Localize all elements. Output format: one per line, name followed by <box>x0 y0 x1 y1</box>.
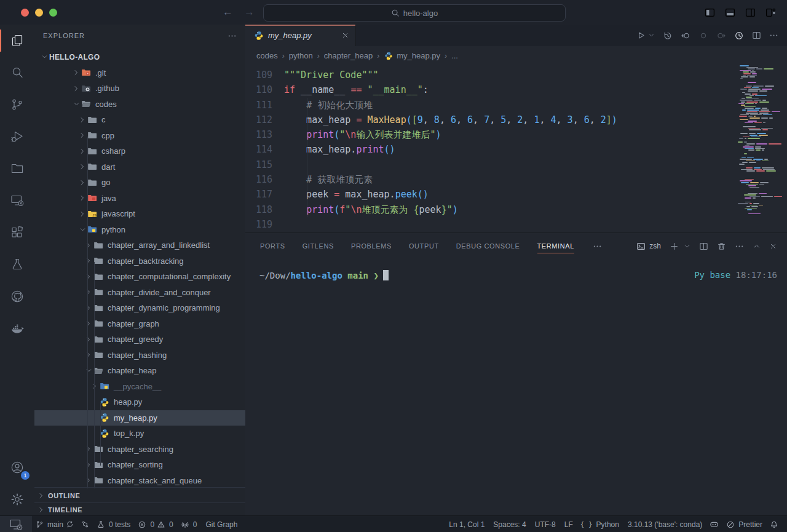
code-line-110[interactable]: 110if __name__ == "__main__": <box>245 82 787 97</box>
activity-docker[interactable] <box>0 312 34 344</box>
status-git-branch[interactable]: main <box>32 516 77 532</box>
panel-tab-problems[interactable]: PROBLEMS <box>351 233 392 259</box>
toggle-sidebar-icon[interactable] <box>705 7 715 18</box>
zoom-window-button[interactable] <box>49 9 57 17</box>
tree-item-chapter_graph[interactable]: chapter_graph <box>34 316 245 332</box>
code-line-119[interactable]: 119 <box>245 217 787 232</box>
shell-selector[interactable]: zsh <box>636 242 661 251</box>
activity-run-debug[interactable] <box>0 121 34 153</box>
activity-explorer[interactable] <box>0 25 34 57</box>
status-notifications[interactable] <box>766 516 782 532</box>
change-marker-icon[interactable] <box>698 31 708 41</box>
activity-remote-explorer[interactable] <box>0 185 34 216</box>
tree-item-python[interactable]: python <box>34 222 245 238</box>
status-problems[interactable]: 00 <box>134 516 176 532</box>
panel-tab-ports[interactable]: PORTS <box>260 233 285 259</box>
code-line-109[interactable]: 109"""Driver Code""" <box>245 68 787 82</box>
gitlens-icon[interactable] <box>734 31 744 41</box>
tree-item-javascript[interactable]: JSjavascript <box>34 206 245 222</box>
tree-item-chapter_sorting[interactable]: chapter_sorting <box>34 457 245 473</box>
toggle-secondary-sidebar-icon[interactable] <box>745 7 756 18</box>
minimize-window-button[interactable] <box>35 9 43 17</box>
code-line-115[interactable]: 115 <box>245 157 787 172</box>
minimap[interactable] <box>738 65 782 213</box>
panel-tab-terminal[interactable]: TERMINAL <box>537 233 574 259</box>
panel-tab-gitlens[interactable]: GITLENS <box>303 233 334 259</box>
tree-item-chapter_hashing[interactable]: chapter_hashing <box>34 347 245 363</box>
status-scm-compare[interactable] <box>77 516 93 532</box>
activity-testing[interactable] <box>0 248 34 280</box>
toggle-panel-icon[interactable] <box>725 7 735 18</box>
split-terminal-icon[interactable] <box>699 242 708 251</box>
timeline-section[interactable]: TIMELINE <box>34 502 245 516</box>
explorer-more-actions-icon[interactable] <box>227 31 237 41</box>
code-line-114[interactable]: 114 max_heap.print() <box>245 142 787 157</box>
breadcrumb-item[interactable]: ... <box>451 51 458 60</box>
navigate-back-button[interactable]: ← <box>223 6 233 18</box>
code-line-118[interactable]: 118 print(f"\n堆顶元素为 {peek}") <box>245 202 787 217</box>
breadcrumb-item[interactable]: my_heap.py <box>384 51 440 61</box>
activity-open-folder[interactable] <box>0 153 34 185</box>
panel-tabs-more-icon[interactable] <box>593 242 602 251</box>
tab-my-heap[interactable]: my_heap.py <box>245 25 356 46</box>
code-line-113[interactable]: 113 print("\n输入列表并建堆后") <box>245 127 787 142</box>
status-python-interpreter[interactable]: 3.10.13 ('base': conda) <box>623 516 706 532</box>
tree-item-chapter_backtracking[interactable]: chapter_backtracking <box>34 253 245 269</box>
timeline-history-icon[interactable] <box>663 31 673 41</box>
breadcrumb-item[interactable]: python <box>289 51 313 60</box>
status-ports[interactable]: 0 <box>177 516 201 532</box>
tree-item-top_kpy[interactable]: top_k.py <box>34 426 245 442</box>
tree-item-github[interactable]: .github <box>34 81 245 97</box>
tree-item-csharp[interactable]: csharp <box>34 143 245 159</box>
breadcrumb-item[interactable]: codes <box>256 51 278 60</box>
navigate-forward-button[interactable]: → <box>244 6 255 18</box>
new-terminal-icon[interactable] <box>670 242 679 251</box>
tree-item-my_heappy[interactable]: my_heap.py <box>34 410 245 426</box>
customize-layout-icon[interactable] <box>765 7 776 18</box>
tree-item-git[interactable]: .git <box>34 65 245 81</box>
status-language-mode[interactable]: { }Python <box>577 516 623 532</box>
more-actions-icon[interactable] <box>769 31 778 40</box>
activity-search[interactable] <box>0 57 34 89</box>
code-line-111[interactable]: 111 # 初始化大顶堆 <box>245 98 787 113</box>
tree-item-__pycache__[interactable]: __pycache__ <box>34 379 245 395</box>
tree-item-dart[interactable]: dart <box>34 159 245 175</box>
panel-tab-output[interactable]: OUTPUT <box>409 233 439 259</box>
activity-github[interactable] <box>0 280 34 312</box>
outline-section[interactable]: OUTLINE <box>34 487 245 503</box>
tree-item-heappy[interactable]: heap.py <box>34 394 245 410</box>
close-window-button[interactable] <box>21 9 29 17</box>
kill-terminal-icon[interactable] <box>717 242 726 251</box>
status-git-graph[interactable]: Git Graph <box>200 516 241 532</box>
tree-item-codes[interactable]: codes <box>34 97 245 113</box>
status-indentation[interactable]: Spaces: 4 <box>488 516 529 532</box>
close-tab-icon[interactable] <box>341 31 349 39</box>
tree-item-chapter_array_and_linkedlist[interactable]: chapter_array_and_linkedlist <box>34 237 245 253</box>
tree-item-java[interactable]: java <box>34 191 245 207</box>
activity-extensions[interactable] <box>0 216 34 248</box>
terminal-more-icon[interactable] <box>735 242 744 251</box>
next-change-icon[interactable] <box>716 31 726 41</box>
tree-item-go[interactable]: go <box>34 175 245 191</box>
split-editor-icon[interactable] <box>752 31 761 40</box>
maximize-panel-icon[interactable] <box>753 242 761 250</box>
status-copilot[interactable] <box>706 516 722 532</box>
activity-source-control[interactable] <box>0 89 34 121</box>
status-eol[interactable]: LF <box>560 516 577 532</box>
breadcrumb-item[interactable]: chapter_heap <box>324 51 373 60</box>
code-line-116[interactable]: 116 # 获取堆顶元素 <box>245 172 787 187</box>
tree-item-cpp[interactable]: cpp <box>34 128 245 144</box>
run-python-file-button[interactable] <box>636 31 646 40</box>
tree-item-chapter_searching[interactable]: chapter_searching <box>34 442 245 458</box>
code-line-112[interactable]: 112 max_heap = MaxHeap([9, 8, 6, 6, 7, 5… <box>245 113 787 127</box>
run-options-chevron-icon[interactable] <box>648 32 655 39</box>
status-remote-indicator[interactable] <box>0 516 32 532</box>
tree-item-chapter_divide_and_conquer[interactable]: chapter_divide_and_conquer <box>34 285 245 301</box>
activity-settings[interactable] <box>0 483 34 515</box>
previous-change-icon[interactable] <box>681 31 690 41</box>
close-panel-icon[interactable] <box>769 242 777 250</box>
terminal[interactable]: ~/Dow/hello-algo main ❯ Py base 18:17:16 <box>245 259 787 280</box>
status-prettier[interactable]: Prettier <box>722 516 766 532</box>
tree-item-chapter_computational_complexity[interactable]: chapter_computational_complexity <box>34 269 245 285</box>
tree-item-hello-algo[interactable]: HELLO-ALGO <box>34 49 245 65</box>
